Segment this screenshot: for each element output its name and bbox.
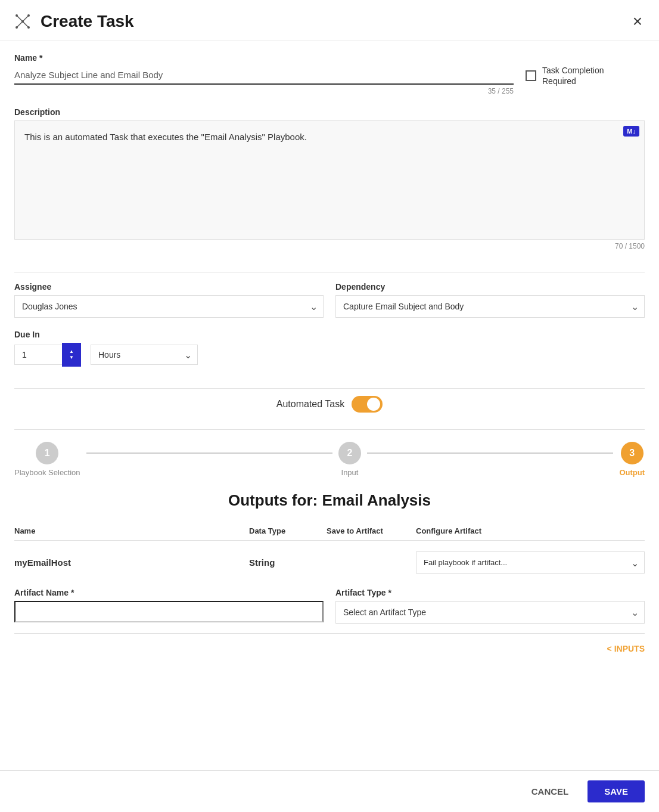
dependency-label: Dependency	[335, 282, 645, 292]
step-2-circle: 2	[338, 442, 361, 464]
task-completion-area: Task Completion Required	[526, 53, 645, 86]
description-box[interactable]: M↓ This is an automated Task that execut…	[14, 120, 645, 240]
svg-line-5	[17, 21, 23, 27]
task-icon	[12, 11, 33, 32]
output-name-value: myEmailHost	[14, 557, 243, 568]
output-datatype-value: String	[249, 557, 321, 568]
save-button[interactable]: SAVE	[587, 780, 645, 802]
dependency-group: Dependency Capture Email Subject and Bod…	[335, 282, 645, 318]
assignee-dependency-row: Assignee Douglas Jones ⌄ Dependency Capt…	[14, 282, 645, 318]
col-name-header: Name	[14, 526, 243, 535]
svg-line-8	[17, 16, 23, 21]
markdown-badge: M↓	[623, 126, 639, 137]
due-in-section: Due In ▲ ▼ Hours ⌄	[14, 330, 645, 367]
step-2-item[interactable]: 2 Input	[338, 442, 361, 477]
step-line-2	[367, 453, 613, 454]
col-configure-header: Configure Artifact	[416, 526, 645, 535]
assignee-label: Assignee	[14, 282, 324, 292]
divider-1	[14, 272, 645, 272]
col-save-header: Save to Artifact	[327, 526, 410, 535]
assignee-select-wrapper: Douglas Jones ⌄	[14, 295, 324, 318]
cancel-button[interactable]: CANCEL	[522, 780, 579, 802]
step-1-circle: 1	[36, 442, 58, 464]
step-3-item[interactable]: 3 Output	[619, 442, 645, 477]
description-char-count: 70 / 1500	[14, 242, 645, 250]
outputs-table-header: Name Data Type Save to Artifact Configur…	[14, 522, 645, 541]
assignee-group: Assignee Douglas Jones ⌄	[14, 282, 324, 318]
automated-task-label: Automated Task	[276, 399, 344, 410]
artifact-type-select-wrapper: Select an Artifact Type ⌄	[335, 601, 645, 624]
step-3-label: Output	[619, 468, 645, 477]
artifact-name-label: Artifact Name *	[14, 588, 324, 597]
artifact-type-group: Artifact Type * Select an Artifact Type …	[335, 588, 645, 624]
description-text: This is an automated Task that executes …	[24, 131, 635, 144]
artifact-row: Artifact Name * Artifact Type * Select a…	[14, 588, 645, 624]
save-to-artifact-toggle-wrapper	[327, 557, 410, 568]
name-input[interactable]	[14, 66, 514, 85]
artifact-name-input[interactable]	[14, 601, 324, 622]
hours-select-wrapper: Hours ⌄	[86, 345, 198, 365]
steps-row: 1 Playbook Selection 2 Input 3 Output	[14, 442, 645, 477]
due-in-row: ▲ ▼ Hours ⌄	[14, 343, 300, 367]
inputs-link[interactable]: < INPUTS	[607, 644, 645, 653]
modal-header: Create Task ×	[0, 0, 659, 41]
create-task-modal: Create Task × Name * 35 / 255 Task Compl…	[0, 0, 659, 812]
artifact-type-label: Artifact Type *	[335, 588, 645, 597]
page-title: Create Task	[41, 12, 134, 31]
assignee-select[interactable]: Douglas Jones	[14, 295, 324, 318]
step-1-label: Playbook Selection	[14, 468, 80, 477]
close-button[interactable]: ×	[630, 11, 645, 32]
name-label: Name *	[14, 53, 514, 63]
output-row: myEmailHost String Fail playbook if arti…	[14, 547, 645, 578]
description-label: Description	[14, 107, 645, 117]
name-char-count: 35 / 255	[14, 87, 514, 95]
hours-unit-select[interactable]: Hours	[91, 345, 198, 365]
name-section: Name * 35 / 255	[14, 53, 514, 95]
name-task-completion-row: Name * 35 / 255 Task Completion Required	[14, 53, 645, 95]
inputs-link-area: < INPUTS	[14, 633, 645, 664]
step-2-label: Input	[341, 468, 359, 477]
configure-artifact-select[interactable]: Fail playbook if artifact...	[416, 551, 645, 574]
dependency-select-wrapper: Capture Email Subject and Body ⌄	[335, 295, 645, 318]
description-section: Description M↓ This is an automated Task…	[14, 107, 645, 250]
stepper-down-icon: ▼	[69, 355, 74, 360]
modal-body: Name * 35 / 255 Task Completion Required…	[0, 41, 659, 770]
svg-line-6	[23, 21, 29, 27]
title-area: Create Task	[12, 11, 134, 32]
dependency-select[interactable]: Capture Email Subject and Body	[335, 295, 645, 318]
col-datatype-header: Data Type	[249, 526, 321, 535]
modal-footer: CANCEL SAVE	[0, 770, 659, 812]
step-3-circle: 3	[621, 442, 644, 464]
due-in-number-input[interactable]	[14, 345, 62, 365]
task-completion-label: Task Completion Required	[542, 65, 604, 86]
due-in-label: Due In	[14, 330, 645, 339]
automated-task-row: Automated Task	[14, 388, 645, 420]
step-line-1	[86, 453, 332, 454]
due-in-stepper-button[interactable]: ▲ ▼	[62, 343, 81, 367]
configure-artifact-wrapper: Fail playbook if artifact... ⌄	[416, 551, 645, 574]
outputs-title: Outputs for: Email Analysis	[14, 491, 645, 510]
step-1-item[interactable]: 1 Playbook Selection	[14, 442, 80, 477]
task-completion-checkbox[interactable]	[526, 70, 536, 81]
svg-line-7	[23, 16, 29, 21]
artifact-name-group: Artifact Name *	[14, 588, 324, 624]
automated-task-toggle[interactable]	[352, 396, 383, 413]
steps-section: 1 Playbook Selection 2 Input 3 Output	[14, 429, 645, 664]
stepper-up-icon: ▲	[69, 349, 74, 354]
artifact-type-select[interactable]: Select an Artifact Type	[335, 601, 645, 624]
